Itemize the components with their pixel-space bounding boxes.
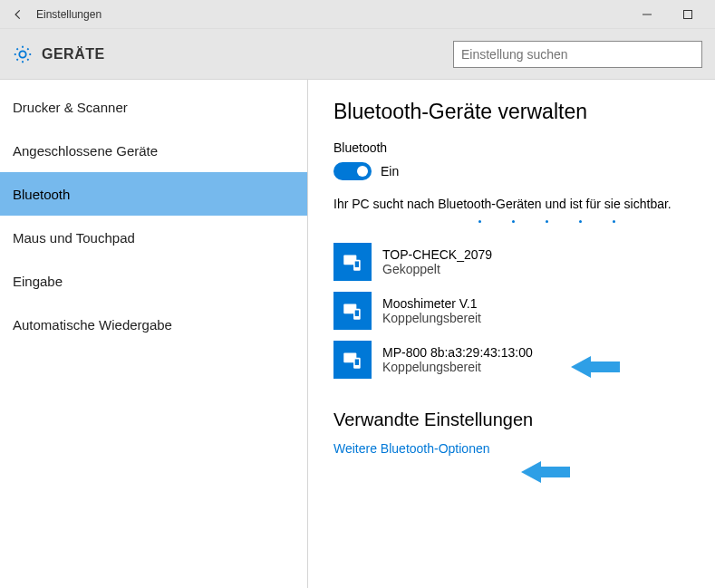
scan-status-text: Ihr PC sucht nach Bluetooth-Geräten und …	[333, 197, 693, 211]
more-bluetooth-options-link[interactable]: Weitere Bluetooth-Optionen	[333, 441, 693, 456]
sidebar-item-input[interactable]: Eingabe	[0, 259, 307, 303]
bluetooth-toggle[interactable]	[333, 162, 372, 180]
device-status: Koppelungsbereit	[382, 311, 481, 325]
search-input[interactable]	[453, 41, 702, 68]
sidebar-item-label: Angeschlossene Geräte	[13, 143, 158, 159]
svg-rect-10	[355, 359, 359, 365]
svg-marker-12	[521, 461, 570, 483]
sidebar-item-connected[interactable]: Angeschlossene Geräte	[0, 129, 307, 172]
maximize-icon	[683, 10, 692, 19]
toggle-section-label: Bluetooth	[333, 140, 693, 155]
toggle-knob	[357, 166, 368, 177]
toggle-state-label: Ein	[381, 164, 399, 178]
sidebar-item-mouse[interactable]: Maus und Touchpad	[0, 216, 307, 259]
settings-sidebar: Drucker & Scanner Angeschlossene Geräte …	[0, 80, 308, 588]
sidebar-item-printers[interactable]: Drucker & Scanner	[0, 85, 307, 129]
svg-rect-4	[355, 261, 359, 267]
bluetooth-device-list: TOP-CHECK_2079 Gekoppelt Mooshimeter V.1…	[333, 243, 693, 379]
gear-icon	[13, 44, 33, 64]
device-icon	[333, 341, 372, 379]
bluetooth-device[interactable]: TOP-CHECK_2079 Gekoppelt	[333, 243, 693, 281]
svg-rect-7	[355, 310, 359, 316]
svg-marker-11	[571, 356, 620, 378]
bluetooth-device[interactable]: Mooshimeter V.1 Koppelungsbereit	[333, 292, 693, 330]
page-heading: Bluetooth-Geräte verwalten	[333, 100, 693, 124]
bluetooth-device[interactable]: MP-800 8b:a3:29:43:13:00 Koppelungsberei…	[333, 341, 693, 379]
minimize-button[interactable]	[626, 0, 667, 29]
device-icon	[333, 292, 372, 330]
minimize-icon	[643, 10, 652, 19]
device-icon	[333, 243, 372, 281]
sidebar-item-label: Automatische Wiedergabe	[13, 317, 172, 333]
device-name: TOP-CHECK_2079	[382, 247, 492, 262]
sidebar-item-label: Maus und Touchpad	[13, 230, 135, 246]
sidebar-item-label: Drucker & Scanner	[13, 100, 128, 115]
device-name: Mooshimeter V.1	[382, 296, 481, 311]
device-name: MP-800 8b:a3:29:43:13:00	[382, 345, 533, 360]
annotation-arrow-icon	[571, 353, 620, 381]
main-panel: Bluetooth-Geräte verwalten Bluetooth Ein…	[308, 80, 715, 588]
back-button[interactable]	[7, 4, 29, 25]
sidebar-item-label: Eingabe	[13, 274, 63, 289]
window-titlebar: Einstellungen	[0, 0, 715, 29]
sidebar-item-bluetooth[interactable]: Bluetooth	[0, 172, 307, 216]
sidebar-item-label: Bluetooth	[13, 187, 70, 202]
arrow-left-icon	[12, 8, 24, 21]
svg-rect-1	[683, 10, 691, 18]
scanning-indicator	[333, 220, 693, 223]
device-status: Gekoppelt	[382, 262, 492, 276]
device-status: Koppelungsbereit	[382, 360, 533, 374]
annotation-arrow-icon	[521, 458, 570, 486]
settings-header: GERÄTE	[0, 29, 715, 80]
maximize-button[interactable]	[667, 0, 708, 29]
related-settings-heading: Verwandte Einstellungen	[333, 410, 693, 430]
window-title: Einstellungen	[36, 8, 101, 21]
category-title: GERÄTE	[42, 46, 105, 63]
sidebar-item-autoplay[interactable]: Automatische Wiedergabe	[0, 303, 307, 346]
